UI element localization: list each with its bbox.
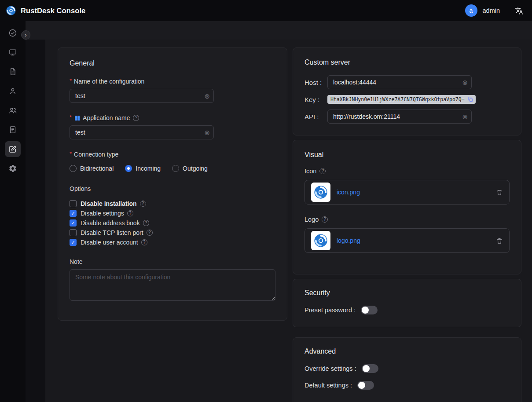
help-icon[interactable]: ? [319, 168, 326, 174]
api-input[interactable] [327, 110, 472, 124]
radio-button [125, 165, 132, 172]
sidebar-item-status[interactable] [5, 25, 21, 41]
users-group-icon [8, 106, 17, 115]
application-name-input[interactable] [70, 125, 214, 139]
radio-button [70, 165, 77, 172]
default-settings-toggle[interactable] [357, 381, 374, 390]
checkbox-disable-user-account[interactable]: ✓ Disable user account ? [70, 239, 275, 246]
sidebar-item-settings[interactable] [5, 161, 21, 176]
api-label: API : [305, 113, 327, 121]
visual-card: Visual Icon ? [293, 140, 521, 274]
trash-icon[interactable] [496, 237, 503, 245]
logo-preview [311, 231, 330, 250]
checkbox-disable-installation[interactable]: ✓ Disable installation ? [70, 200, 275, 207]
sidebar-item-configurations[interactable] [5, 141, 21, 157]
sidebar-item-groups[interactable] [5, 102, 21, 118]
checkbox: ✓ [70, 219, 77, 227]
main-area: General * Name of the configuration ⊗ * … [26, 21, 532, 402]
checkbox: ✓ [70, 229, 77, 236]
host-label: Host : [305, 79, 327, 86]
key-label: Key : [305, 96, 327, 103]
edit-icon [8, 145, 17, 153]
checkbox-disable-address-book[interactable]: ✓ Disable address book ? [70, 219, 275, 227]
help-icon[interactable]: ? [140, 201, 146, 207]
checkbox: ✓ [70, 239, 77, 246]
preset-password-toggle[interactable] [361, 306, 378, 314]
checkbox: ✓ [70, 210, 77, 217]
security-title: Security [305, 289, 510, 297]
logbook-icon [8, 125, 17, 134]
config-name-input[interactable] [70, 89, 214, 103]
advanced-title: Advanced [305, 347, 510, 355]
help-icon[interactable]: ? [127, 210, 133, 216]
icon-upload-box: icon.png [305, 180, 510, 205]
document-icon [8, 67, 17, 76]
custom-server-title: Custom server [305, 58, 510, 66]
icon-file-link[interactable]: icon.png [337, 189, 360, 196]
logo-file-link[interactable]: logo.png [337, 237, 360, 244]
radio-outgoing[interactable]: Outgoing [172, 165, 208, 172]
app-title: RustDesk Console [21, 7, 85, 15]
gear-icon [8, 164, 17, 173]
note-textarea[interactable] [70, 269, 275, 301]
user-name[interactable]: admin [483, 7, 500, 14]
general-card: General * Name of the configuration ⊗ * … [58, 48, 287, 321]
override-settings-label: Override settings : [305, 365, 356, 372]
connection-type-label: * Connection type [70, 151, 275, 158]
monitor-icon [8, 48, 17, 57]
icon-label: Icon ? [305, 168, 510, 175]
host-input[interactable] [327, 75, 472, 89]
trash-icon[interactable] [496, 189, 503, 196]
checkbox-disable-tcp-listen-port[interactable]: ✓ Disable TCP listen port ? [70, 229, 275, 236]
radio-incoming[interactable]: Incoming [125, 165, 161, 172]
override-settings-toggle[interactable] [362, 364, 378, 373]
radio-button [172, 165, 179, 172]
help-icon[interactable]: ? [133, 115, 139, 121]
sidebar-item-documents[interactable] [5, 64, 21, 80]
help-icon[interactable]: ? [143, 220, 149, 226]
security-card: Security Preset password : [293, 279, 521, 327]
sidebar [0, 21, 26, 402]
sidebar-item-audit-log[interactable] [5, 122, 21, 138]
custom-server-card: Custom server Host : ⊗ Key : HtaXBkJNHyn… [293, 48, 521, 135]
brand: RustDesk Console [5, 5, 85, 16]
required-asterisk: * [70, 114, 72, 121]
help-icon[interactable]: ? [141, 239, 147, 245]
help-icon[interactable]: ? [322, 216, 328, 223]
sidebar-item-users[interactable] [5, 83, 21, 99]
default-settings-label: Default settings : [305, 382, 352, 389]
checkbox-disable-settings[interactable]: ✓ Disable settings ? [70, 210, 275, 217]
checkbox: ✓ [70, 200, 77, 207]
preset-password-label: Preset password : [305, 307, 356, 314]
advanced-card: Advanced Override settings : Default set… [293, 337, 521, 402]
status-icon [8, 29, 17, 37]
required-asterisk: * [70, 150, 72, 157]
options-label: Options [70, 185, 275, 192]
clear-icon[interactable]: ⊗ [204, 129, 210, 136]
app-header: RustDesk Console a admin [0, 0, 532, 21]
note-label: Note [70, 258, 275, 265]
logo-label: Logo ? [305, 216, 510, 223]
name-field-label: * Name of the configuration [70, 78, 275, 85]
help-icon[interactable]: ? [147, 230, 153, 236]
windows-icon [75, 116, 80, 121]
icon-preview [311, 183, 330, 202]
general-title: General [70, 59, 275, 67]
translate-icon[interactable] [515, 7, 523, 15]
radio-bidirectional[interactable]: Bidirectional [70, 165, 114, 172]
user-avatar[interactable]: a [465, 4, 477, 17]
clear-icon[interactable]: ⊗ [462, 79, 468, 86]
visual-title: Visual [305, 151, 510, 159]
connection-type-group: Bidirectional Incoming Outgoing [70, 165, 275, 172]
copy-icon[interactable] [467, 96, 473, 102]
required-asterisk: * [70, 77, 72, 84]
clear-icon[interactable]: ⊗ [204, 93, 210, 99]
user-icon [8, 87, 17, 95]
rustdesk-logo-icon [5, 5, 17, 16]
sidebar-gutter [26, 40, 45, 402]
clear-icon[interactable]: ⊗ [462, 113, 468, 120]
server-key-value: HtaXBkJNHyn0e1U1jWXze7A7CN7QTGWqxkOtpaVp… [327, 95, 476, 104]
sidebar-item-devices[interactable] [5, 44, 21, 60]
sidebar-collapse-button[interactable]: › [21, 30, 30, 40]
logo-upload-box: logo.png [305, 228, 510, 253]
